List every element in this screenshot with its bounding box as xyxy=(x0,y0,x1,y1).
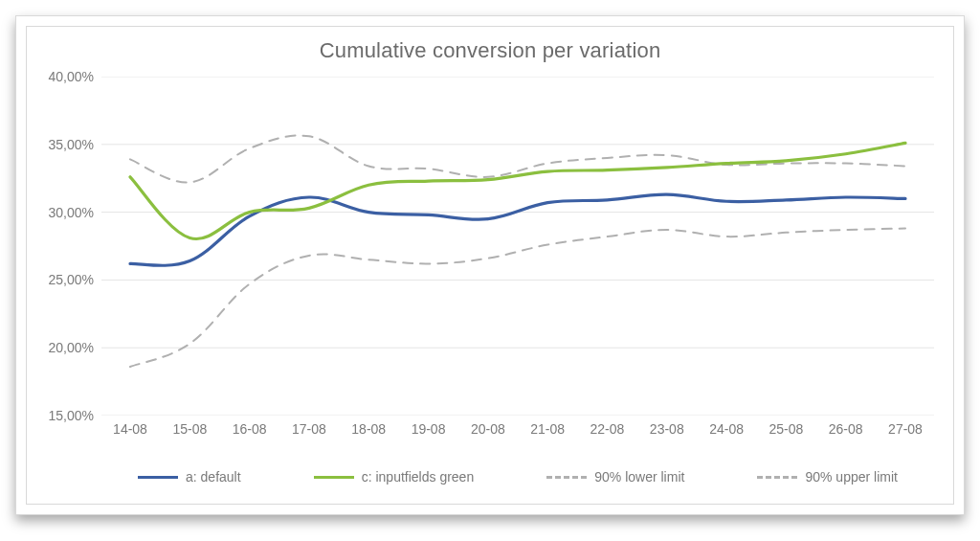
x-tick-label: 20-08 xyxy=(471,421,505,437)
legend-swatch xyxy=(546,476,587,479)
x-tick-label: 19-08 xyxy=(412,421,446,437)
x-tick-label: 26-08 xyxy=(829,421,863,437)
series-line xyxy=(130,143,905,238)
chart-frame: Cumulative conversion per variation 15,0… xyxy=(15,15,965,515)
y-tick-label: 40,00% xyxy=(49,69,94,84)
y-tick-label: 35,00% xyxy=(49,137,94,152)
legend-swatch xyxy=(138,476,178,479)
x-tick-label: 16-08 xyxy=(233,421,267,437)
x-tick-label: 25-08 xyxy=(768,421,803,437)
x-tick-label: 15-08 xyxy=(172,421,207,437)
x-tick-label: 23-08 xyxy=(650,421,684,437)
chart-title: Cumulative conversion per variation xyxy=(27,38,953,63)
legend-label: 90% upper limit xyxy=(805,469,898,485)
x-tick-label: 24-08 xyxy=(709,421,744,437)
legend-label: 90% lower limit xyxy=(594,469,684,485)
y-tick-label: 20,00% xyxy=(49,340,94,355)
legend-item: 90% upper limit xyxy=(757,469,898,485)
series-line xyxy=(130,229,905,367)
plot-area xyxy=(101,77,934,416)
y-axis: 15,00%20,00%25,00%30,00%35,00%40,00% xyxy=(27,77,101,416)
x-tick-label: 14-08 xyxy=(113,421,147,437)
legend-label: c: inputfields green xyxy=(362,469,475,485)
x-tick-label: 22-08 xyxy=(590,421,625,437)
chart-inner: Cumulative conversion per variation 15,0… xyxy=(26,26,954,505)
x-tick-label: 18-08 xyxy=(351,421,386,437)
legend-item: c: inputfields green xyxy=(314,469,475,485)
plot-svg xyxy=(101,77,934,416)
y-tick-label: 25,00% xyxy=(49,272,94,287)
x-tick-label: 27-08 xyxy=(888,421,923,437)
x-axis: 14-0815-0816-0817-0818-0819-0820-0821-08… xyxy=(101,419,934,448)
y-tick-label: 30,00% xyxy=(49,205,94,220)
x-tick-label: 17-08 xyxy=(292,421,326,437)
x-tick-label: 21-08 xyxy=(530,421,565,437)
legend-label: a: default xyxy=(186,469,241,485)
y-tick-label: 15,00% xyxy=(49,408,94,423)
legend-swatch xyxy=(314,476,354,479)
legend-swatch xyxy=(757,476,797,479)
legend: a: defaultc: inputfields green90% lower … xyxy=(101,463,934,490)
legend-item: 90% lower limit xyxy=(546,469,684,485)
legend-item: a: default xyxy=(138,469,241,485)
series-line xyxy=(130,194,905,265)
